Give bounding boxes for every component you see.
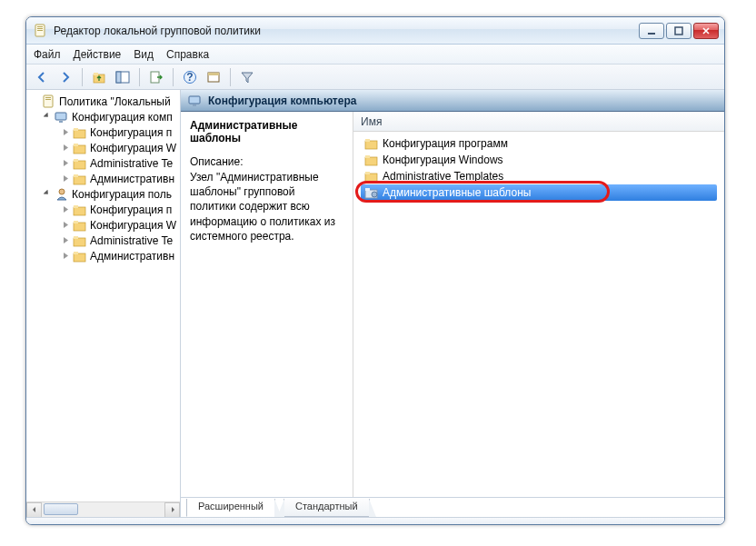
column-header-name[interactable]: Имя: [353, 112, 724, 132]
list-item[interactable]: Конфигурация Windows: [361, 152, 717, 168]
svg-rect-29: [74, 207, 85, 215]
folder-icon: [364, 153, 379, 167]
detail-desc-label: Описание:: [190, 155, 343, 168]
filter-button[interactable]: [237, 67, 257, 87]
properties-button[interactable]: [204, 67, 224, 87]
tree-horizontal-scrollbar[interactable]: [26, 501, 180, 517]
settings-folder-icon: [364, 185, 379, 200]
svg-point-28: [59, 189, 65, 194]
svg-rect-42: [365, 155, 370, 158]
tree-item[interactable]: Administrative Te: [26, 155, 180, 171]
scrollbar-thumb[interactable]: [44, 503, 78, 515]
user-icon: [55, 187, 69, 202]
maximize-button[interactable]: [666, 23, 691, 39]
toolbar-separator: [82, 68, 83, 86]
list-item[interactable]: Administrative Templates: [361, 168, 717, 184]
svg-rect-2: [37, 28, 43, 29]
svg-rect-20: [74, 130, 85, 138]
tree-computer-config[interactable]: Конфигурация комп: [26, 109, 180, 124]
svg-rect-43: [365, 174, 377, 182]
view-tabs: Расширенный Стандартный: [181, 497, 724, 517]
computer-icon: [55, 110, 69, 124]
svg-rect-34: [74, 236, 78, 239]
svg-rect-16: [45, 97, 51, 98]
menu-help[interactable]: Справка: [166, 48, 209, 61]
tree-item[interactable]: Конфигурация п: [26, 124, 180, 140]
minimize-button[interactable]: [639, 23, 664, 39]
tab-standard[interactable]: Стандартный: [284, 499, 370, 517]
svg-rect-4: [648, 33, 655, 35]
policy-icon: [42, 94, 56, 109]
tree-user-config[interactable]: Конфигурация поль: [26, 186, 180, 202]
content-area: Политика "Локальный Конфигурация комп Ко…: [26, 90, 724, 517]
svg-text:?: ?: [186, 70, 193, 83]
list-item-selected[interactable]: Административные шаблоны: [361, 184, 717, 201]
tree-item[interactable]: Конфигурация п: [26, 202, 180, 217]
show-hide-tree-button[interactable]: [113, 67, 133, 87]
scroll-left-icon[interactable]: [26, 502, 42, 518]
detail-panel: Административные шаблоны Описание: Узел …: [181, 112, 353, 497]
svg-rect-24: [74, 161, 85, 169]
tab-extended[interactable]: Расширенный: [186, 499, 275, 517]
toolbar-separator: [230, 68, 231, 86]
main-header-title: Конфигурация компьютера: [208, 94, 356, 107]
svg-rect-37: [189, 96, 200, 104]
detail-desc-text: Узел "Административные шаблоны" группово…: [190, 170, 343, 243]
list-item[interactable]: Конфигурация программ: [361, 135, 717, 152]
titlebar[interactable]: Редактор локальной групповой политики: [26, 17, 724, 45]
tree-item[interactable]: Конфигурация W: [26, 140, 180, 155]
svg-rect-26: [74, 176, 85, 184]
scroll-right-icon[interactable]: [164, 502, 180, 518]
menu-file[interactable]: Файл: [34, 48, 61, 61]
svg-rect-30: [74, 205, 78, 208]
svg-rect-1: [37, 26, 43, 27]
close-button[interactable]: [693, 23, 719, 39]
svg-rect-40: [365, 139, 370, 142]
svg-rect-23: [74, 144, 78, 146]
main-pane: Конфигурация компьютера Административные…: [181, 90, 724, 517]
svg-rect-36: [74, 252, 78, 254]
svg-rect-18: [55, 113, 66, 120]
svg-rect-35: [74, 253, 85, 262]
svg-rect-5: [675, 27, 682, 35]
export-list-button[interactable]: [146, 67, 166, 87]
computer-icon: [188, 94, 203, 108]
tree-item[interactable]: Административн: [26, 248, 180, 263]
forward-button[interactable]: [55, 67, 75, 87]
detail-title: Административные шаблоны: [190, 119, 343, 144]
folder-icon: [73, 233, 87, 248]
up-button[interactable]: [89, 67, 109, 87]
svg-rect-19: [59, 121, 63, 123]
tree-item[interactable]: Административн: [26, 171, 180, 186]
svg-rect-25: [74, 159, 78, 162]
toolbar: ?: [26, 65, 724, 90]
svg-rect-46: [365, 188, 370, 191]
svg-rect-33: [74, 238, 85, 246]
folder-icon: [364, 136, 379, 151]
folder-icon: [73, 218, 87, 233]
menu-action[interactable]: Действие: [74, 48, 122, 61]
menu-view[interactable]: Вид: [134, 48, 154, 61]
folder-icon: [73, 203, 87, 217]
svg-rect-27: [74, 174, 78, 177]
app-window: Редактор локальной групповой политики Фа…: [25, 16, 725, 525]
tree-root[interactable]: Политика "Локальный: [26, 94, 180, 109]
app-icon: [34, 24, 48, 38]
tree-pane: Политика "Локальный Конфигурация комп Ко…: [26, 90, 181, 517]
svg-rect-17: [45, 99, 51, 100]
help-button[interactable]: ?: [180, 67, 200, 87]
folder-icon: [73, 249, 87, 263]
svg-rect-7: [94, 73, 98, 75]
tree-item[interactable]: Administrative Te: [26, 233, 180, 248]
svg-rect-32: [74, 221, 78, 223]
tree-item[interactable]: Конфигурация W: [26, 217, 180, 233]
svg-rect-3: [37, 30, 43, 31]
svg-rect-22: [74, 145, 85, 154]
svg-rect-38: [193, 104, 196, 106]
folder-icon: [73, 156, 87, 171]
back-button[interactable]: [32, 67, 52, 87]
folder-icon: [73, 172, 87, 186]
main-header: Конфигурация компьютера: [181, 90, 724, 112]
statusbar: [26, 517, 724, 524]
svg-rect-14: [208, 73, 219, 75]
